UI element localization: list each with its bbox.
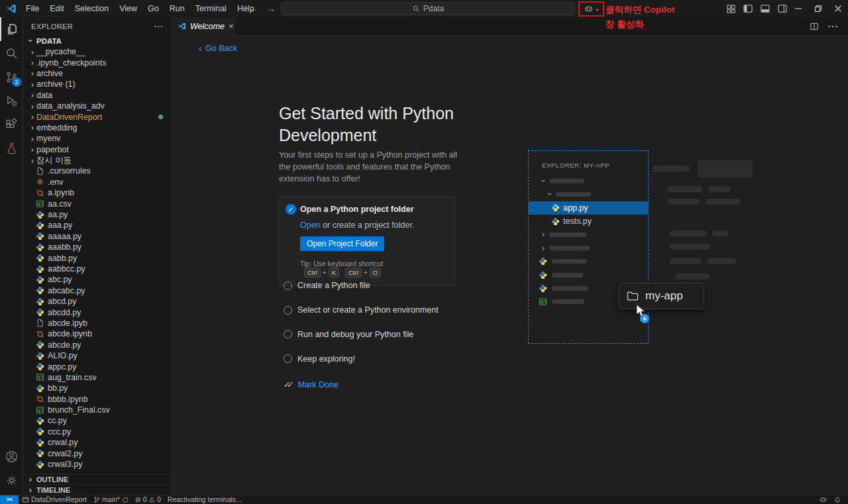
tree-file[interactable]: .cursorrules [23, 166, 172, 176]
tree-folder[interactable]: ›data [23, 90, 172, 101]
minimize-button[interactable] [788, 0, 808, 17]
tree-file[interactable]: aaa.py [23, 220, 172, 230]
tree-file[interactable]: abcd.py [23, 296, 172, 307]
menu-file[interactable]: File [21, 0, 44, 17]
tree-file[interactable]: crwal2.py [23, 448, 172, 458]
bell-icon[interactable] [833, 496, 841, 504]
tree-file[interactable]: aabbcc.py [23, 264, 172, 274]
settings-gear-icon[interactable] [0, 468, 23, 492]
tree-file[interactable]: aa.csv [23, 198, 172, 209]
tree-folder[interactable]: ›embedding [23, 123, 172, 133]
tree-root-pdata[interactable]: › PDATA [23, 35, 172, 46]
editor-more-actions-icon[interactable]: ··· [828, 21, 839, 31]
walkthrough-step[interactable]: Create a Python file [284, 274, 482, 298]
outline-section[interactable]: › OUTLINE [23, 474, 172, 484]
tree-file[interactable]: crwal3.py [23, 459, 172, 470]
copilot-button[interactable]: ⌄ [581, 3, 602, 15]
run-debug-icon[interactable] [0, 89, 23, 113]
tree-file[interactable]: ALIO.py [23, 350, 172, 361]
tree-file[interactable]: abcdd.py [23, 307, 172, 317]
tree-file[interactable]: crwal.py [23, 437, 172, 448]
customize-layout-icon[interactable] [726, 4, 736, 14]
tree-folder[interactable]: ›.ipynb_checkpoints [23, 57, 172, 68]
tree-item-label: aabb.py [48, 254, 77, 263]
tree-folder[interactable]: ›data_analysis_adv [23, 101, 172, 111]
tab-welcome[interactable]: Welcome × [172, 17, 235, 35]
menu-terminal[interactable]: Terminal [190, 0, 232, 17]
source-control-icon[interactable]: 2 [0, 65, 23, 89]
menu-selection[interactable]: Selection [70, 0, 114, 17]
tree-folder[interactable]: ›__pycache__ [23, 46, 172, 57]
statusbar-problems[interactable]: ⊘ 0 ⚠ 0 [132, 495, 164, 504]
explorer-more-actions-icon[interactable]: ··· [154, 23, 164, 30]
go-back-link[interactable]: ‹ Go Back [199, 43, 237, 53]
walkthrough-step[interactable]: Keep exploring! [284, 346, 482, 371]
step-radio[interactable] [284, 354, 292, 363]
walkthrough-step-card[interactable]: ✓ Open a Python project folder Open or c… [278, 196, 456, 286]
copilot-status-icon[interactable] [819, 495, 827, 504]
tab-close-icon[interactable]: × [229, 22, 234, 30]
step-radio[interactable] [284, 281, 292, 290]
explorer-icon[interactable] [0, 17, 23, 41]
open-link[interactable]: Open [300, 221, 321, 230]
step-radio[interactable] [284, 330, 292, 338]
tree-folder[interactable]: ›archive [23, 68, 172, 79]
walkthrough-step[interactable]: Run and debug your Python file [284, 323, 482, 347]
open-project-folder-button[interactable]: Open Project Folder [300, 236, 384, 251]
close-button[interactable] [828, 0, 848, 17]
tree-item-label: abcd.py [48, 297, 76, 306]
tree-file[interactable]: abcde.ipynb [23, 328, 172, 339]
toggle-sidebar-icon[interactable] [743, 3, 753, 14]
tree-file[interactable]: abcde.ipyb [23, 318, 172, 328]
extensions-icon[interactable] [0, 113, 23, 136]
search-icon[interactable] [0, 41, 23, 65]
tree-file[interactable]: aaabb.py [23, 242, 172, 252]
menu-view[interactable]: View [114, 0, 142, 17]
csv-file-icon [539, 297, 547, 306]
tree-item-label: embedding [36, 123, 77, 132]
tree-folder[interactable]: ›myenv [23, 133, 172, 144]
python-file-icon [36, 308, 44, 317]
timeline-section[interactable]: › TIMELINE [23, 484, 172, 495]
toggle-secondary-sidebar-icon[interactable] [777, 3, 788, 14]
tree-folder[interactable]: ›archive (1) [23, 79, 172, 89]
tree-file[interactable]: aa.py [23, 209, 172, 220]
tree-file[interactable]: brunch_Final.csv [23, 405, 172, 415]
tree-file[interactable]: appc.py [23, 361, 172, 372]
mark-done-link[interactable]: ✓✓ Mark Done [284, 379, 339, 389]
step-radio[interactable] [284, 306, 292, 315]
tree-file[interactable]: abcde.py [23, 340, 172, 350]
walkthrough-step[interactable]: Select or create a Python environment [284, 298, 482, 323]
forward-arrow-icon[interactable]: → [266, 3, 276, 14]
remote-indicator[interactable]: >< [0, 495, 19, 504]
tree-folder[interactable]: ›paperbot [23, 144, 172, 155]
tree-file[interactable]: aaaaa.py [23, 231, 172, 242]
command-center-search[interactable]: Pdata [281, 2, 575, 15]
testing-flask-icon[interactable] [0, 136, 23, 160]
tree-file[interactable]: bbbb.ipynb [23, 394, 172, 405]
menu-go[interactable]: Go [142, 0, 164, 17]
toggle-panel-icon[interactable] [760, 3, 770, 14]
split-editor-icon[interactable] [810, 22, 819, 31]
tree-file[interactable]: ccc.py [23, 427, 172, 437]
menu-run[interactable]: Run [164, 0, 190, 17]
account-icon[interactable] [0, 444, 23, 468]
tree-file[interactable]: .env [23, 177, 172, 187]
python-file-icon [36, 427, 44, 436]
statusbar-repo[interactable]: DataDrivenReport [19, 495, 90, 504]
restore-button[interactable] [808, 0, 828, 17]
tree-folder[interactable]: ›DataDrivenReport [23, 111, 172, 122]
back-arrow-icon[interactable]: ← [249, 3, 258, 14]
tree-file[interactable]: aabb.py [23, 252, 172, 263]
statusbar-branch[interactable]: main* [90, 495, 132, 504]
tree-folder[interactable]: ›잠시 이동 [23, 155, 172, 166]
python-file-icon [551, 217, 560, 226]
tree-file[interactable]: aug_train.csv [23, 372, 172, 383]
tree-file[interactable]: abc.py [23, 274, 172, 285]
tree-file[interactable]: bb.py [23, 383, 172, 393]
menu-edit[interactable]: Edit [44, 0, 70, 17]
tree-file[interactable]: cc.py [23, 415, 172, 426]
tree-file[interactable]: a.ipynb [23, 187, 172, 198]
tree-file[interactable]: abcabc.py [23, 285, 172, 296]
chevron-right-icon: › [28, 48, 36, 56]
